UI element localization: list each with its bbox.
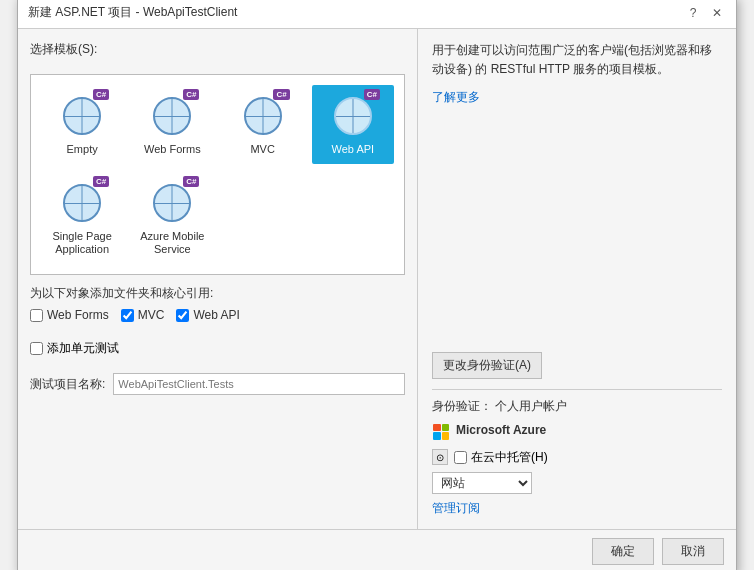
- globe-icon-azure-mobile: [153, 184, 191, 222]
- manage-link[interactable]: 管理订阅: [432, 501, 480, 515]
- auth-label-text: 身份验证：: [432, 399, 492, 413]
- template-webforms[interactable]: C# Web Forms: [131, 85, 213, 164]
- webforms-checkbox-item[interactable]: Web Forms: [30, 308, 109, 322]
- mvc-checkbox[interactable]: [121, 309, 134, 322]
- test-name-input[interactable]: [113, 373, 405, 395]
- main-dialog: 新建 ASP.NET 项目 - WebApiTestClient ? ✕ 选择模…: [17, 0, 737, 570]
- mvc-checkbox-label: MVC: [138, 308, 165, 322]
- template-mvc-label: MVC: [250, 143, 274, 156]
- auth-value-text: 个人用户帐户: [495, 399, 567, 413]
- template-empty-icon: C#: [59, 93, 105, 139]
- dialog-title: 新建 ASP.NET 项目 - WebApiTestClient: [28, 4, 237, 21]
- template-webapi-label: Web API: [332, 143, 375, 156]
- template-spa[interactable]: C# Single Page Application: [41, 172, 123, 264]
- cloud-host-checkbox[interactable]: [454, 451, 467, 464]
- cloud-host-checkbox-item[interactable]: 在云中托管(H): [454, 449, 548, 466]
- add-folders-label: 为以下对象添加文件夹和核心引用:: [30, 285, 405, 302]
- right-panel: 用于创建可以访问范围广泛的客户端(包括浏览器和移动设备) 的 RESTful H…: [418, 29, 736, 529]
- help-button[interactable]: ?: [684, 4, 702, 22]
- webapi-checkbox[interactable]: [176, 309, 189, 322]
- cs-badge-empty: C#: [93, 89, 109, 100]
- globe-icon-webforms: [153, 97, 191, 135]
- test-name-label: 测试项目名称:: [30, 376, 105, 393]
- add-folders-section: 为以下对象添加文件夹和核心引用: Web Forms MVC Web API: [30, 285, 405, 322]
- azure-logo-red: [433, 424, 441, 432]
- cloud-host-label: 在云中托管(H): [471, 449, 548, 466]
- template-azure-mobile-icon: C#: [149, 180, 195, 226]
- unit-test-label: 添加单元测试: [47, 340, 119, 357]
- spacer: [432, 116, 722, 342]
- dialog-footer: 确定 取消: [18, 529, 736, 571]
- cs-badge-azure-mobile: C#: [183, 176, 199, 187]
- title-bar-controls: ? ✕: [684, 4, 726, 22]
- azure-title: Microsoft Azure: [456, 423, 546, 437]
- webforms-checkbox[interactable]: [30, 309, 43, 322]
- globe-icon-mvc: [244, 97, 282, 135]
- template-spa-icon: C#: [59, 180, 105, 226]
- select-template-label: 选择模板(S):: [30, 41, 405, 58]
- template-webforms-icon: C#: [149, 93, 195, 139]
- template-empty[interactable]: C# Empty: [41, 85, 123, 164]
- learn-more-link[interactable]: 了解更多: [432, 89, 722, 106]
- cloud-host-row: ⊙ 在云中托管(H): [432, 449, 722, 466]
- template-spa-label: Single Page Application: [47, 230, 117, 256]
- cs-badge-spa: C#: [93, 176, 109, 187]
- dropdown-row: 网站: [432, 472, 722, 494]
- azure-section: Microsoft Azure: [432, 423, 722, 441]
- template-webapi[interactable]: C# Web API: [312, 85, 394, 164]
- azure-dropdown[interactable]: 网站: [432, 472, 532, 494]
- dialog-body: 选择模板(S): C# Empty C# Web F: [18, 29, 736, 529]
- azure-logo-blue: [433, 432, 441, 440]
- unit-test-checkbox[interactable]: [30, 342, 43, 355]
- checkboxes-row: Web Forms MVC Web API: [30, 308, 405, 322]
- webforms-checkbox-label: Web Forms: [47, 308, 109, 322]
- globe-icon-webapi: [334, 97, 372, 135]
- mvc-checkbox-item[interactable]: MVC: [121, 308, 165, 322]
- title-bar: 新建 ASP.NET 项目 - WebApiTestClient ? ✕: [18, 0, 736, 29]
- template-mvc[interactable]: C# MVC: [222, 85, 304, 164]
- azure-logo-yellow: [442, 432, 450, 440]
- globe-icon-spa: [63, 184, 101, 222]
- close-button[interactable]: ✕: [708, 4, 726, 22]
- left-panel: 选择模板(S): C# Empty C# Web F: [18, 29, 418, 529]
- webapi-checkbox-item[interactable]: Web API: [176, 308, 239, 322]
- template-webforms-label: Web Forms: [144, 143, 201, 156]
- template-webapi-icon: C#: [330, 93, 376, 139]
- templates-grid: C# Empty C# Web Forms C#: [30, 74, 405, 276]
- webapi-checkbox-label: Web API: [193, 308, 239, 322]
- change-auth-container: 更改身份验证(A): [432, 352, 722, 379]
- azure-logo-green: [442, 424, 450, 432]
- description-text: 用于创建可以访问范围广泛的客户端(包括浏览器和移动设备) 的 RESTful H…: [432, 41, 722, 79]
- cs-badge-webforms: C#: [183, 89, 199, 100]
- confirm-button[interactable]: 确定: [592, 538, 654, 565]
- unit-test-checkbox-item[interactable]: 添加单元测试: [30, 340, 119, 357]
- chevron-icon[interactable]: ⊙: [432, 449, 448, 465]
- template-mvc-icon: C#: [240, 93, 286, 139]
- test-name-row: 测试项目名称:: [30, 373, 405, 395]
- template-empty-label: Empty: [67, 143, 98, 156]
- cs-badge-webapi: C#: [364, 89, 380, 100]
- cs-badge-mvc: C#: [273, 89, 289, 100]
- auth-label: 身份验证： 个人用户帐户: [432, 398, 722, 415]
- azure-options: ⊙ 在云中托管(H) 网站: [432, 449, 722, 494]
- azure-logo: [432, 423, 450, 441]
- cancel-button[interactable]: 取消: [662, 538, 724, 565]
- unit-test-row: 添加单元测试: [30, 340, 405, 357]
- azure-logo-icon: [433, 424, 449, 440]
- change-auth-button[interactable]: 更改身份验证(A): [432, 352, 542, 379]
- template-azure-mobile[interactable]: C# Azure Mobile Service: [131, 172, 213, 264]
- template-azure-mobile-label: Azure Mobile Service: [137, 230, 207, 256]
- auth-section: 身份验证： 个人用户帐户 Microsoft Azure: [432, 389, 722, 517]
- globe-icon-empty: [63, 97, 101, 135]
